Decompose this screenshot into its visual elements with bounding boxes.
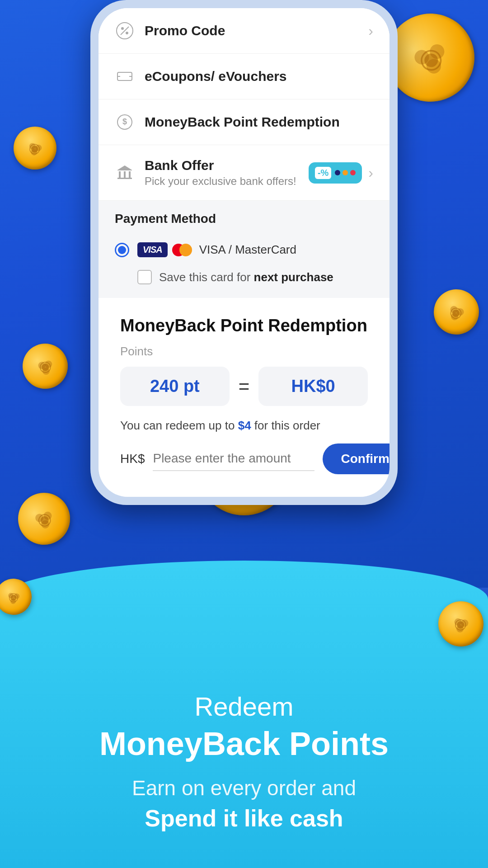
menu-item-moneyback[interactable]: $ MoneyBack Point Redemption [99,99,389,145]
ecoupons-icon [115,66,135,86]
mc-circle-orange [179,244,192,256]
hkd-value: HK$0 [258,367,368,406]
ecoupons-label: eCoupons/ eVouchers [145,69,373,84]
dot-orange [343,170,348,175]
svg-point-22 [14,593,19,599]
ecoupons-text: eCoupons/ eVouchers [145,69,373,84]
equals-sign: = [239,376,250,397]
bank-offer-chevron: › [368,165,373,181]
points-row: 240 pt = HK$0 [120,367,368,406]
bank-offer-text: Bank Offer Pick your exclusive bank offe… [145,158,309,188]
redeem-line4: Spend it like cash [27,805,461,832]
save-card-bold: next purchase [254,270,333,284]
points-value: 240 pt [120,367,230,406]
svg-text:$: $ [122,117,127,126]
redeem-info-prefix: You can redeem up to [120,419,238,432]
bottom-text-section: Redeem MoneyBack Points Earn on every or… [0,691,488,832]
svg-rect-34 [119,171,121,178]
mastercard-logo [172,243,192,257]
input-row: HK$ Confirm [120,443,368,474]
phone-wrapper: Promo Code › [90,0,398,505]
svg-rect-35 [124,171,126,178]
moneyback-text: MoneyBack Point Redemption [145,114,373,130]
visa-logo: VISA [137,242,168,257]
svg-point-18 [454,618,462,626]
menu-item-promo-code[interactable]: Promo Code › [99,8,389,54]
svg-point-3 [28,142,36,150]
redeem-line1: Redeem [27,691,461,722]
redeem-amount: $4 [238,419,251,432]
dot-blue [335,170,340,175]
svg-rect-36 [129,171,131,178]
modal-title: MoneyBack Point Redemption [120,316,368,335]
payment-section: Payment Method VISA VISA / MasterCard [99,201,389,298]
modal-sheet: MoneyBack Point Redemption Points 240 pt… [99,298,389,497]
card-label: VISA / MasterCard [199,243,296,257]
svg-point-25 [121,27,124,30]
svg-point-1 [427,42,446,61]
moneyback-label: MoneyBack Point Redemption [145,114,373,130]
redeem-info: You can redeem up to $4 for this order [120,419,368,433]
svg-rect-37 [117,178,132,179]
redeem-line3: Earn on every order and [27,776,461,800]
svg-marker-33 [117,165,132,170]
redeem-line2: MoneyBack Points [27,725,461,762]
bank-offer-badge: -% [309,162,362,184]
bank-offer-pct: -% [315,167,331,179]
promo-code-chevron: › [368,23,373,39]
radio-visa-mc[interactable] [115,243,129,257]
hks-label: HK$ [120,452,145,466]
menu-list: Promo Code › [99,8,389,201]
confirm-button[interactable]: Confirm [323,443,389,474]
amount-input[interactable] [153,447,314,471]
svg-point-26 [126,32,128,34]
screen-content: Promo Code › [99,8,389,497]
payment-option-visa-mc[interactable]: VISA VISA / MasterCard [115,234,373,265]
save-card-text: Save this card for next purchase [159,270,333,284]
svg-point-23 [10,598,16,604]
save-card-row[interactable]: Save this card for next purchase [115,265,373,293]
menu-item-ecoupons[interactable]: eCoupons/ eVouchers [99,54,389,99]
card-logos: VISA [137,242,192,257]
promo-code-text: Promo Code [145,23,368,38]
svg-point-21 [8,592,14,598]
menu-item-bank-offer[interactable]: Bank Offer Pick your exclusive bank offe… [99,145,389,201]
redeem-info-suffix: for this order [251,419,320,432]
modal-points-label: Points [120,344,368,359]
svg-point-10 [44,360,53,368]
phone-screen: Promo Code › [99,8,389,497]
svg-point-16 [42,511,52,521]
save-card-checkbox[interactable] [137,270,152,284]
save-card-prefix: Save this card for [159,270,254,284]
bank-offer-icon [115,163,135,183]
promo-code-icon [115,21,135,41]
bank-offer-label: Bank Offer [145,158,309,173]
payment-method-title: Payment Method [115,212,373,226]
dot-red [350,170,356,175]
promo-code-label: Promo Code [145,23,368,38]
bank-offer-dots [335,170,356,175]
moneyback-icon: $ [115,112,135,132]
bank-offer-subtitle: Pick your exclusive bank offers! [145,175,309,188]
phone-frame: Promo Code › [90,0,398,505]
